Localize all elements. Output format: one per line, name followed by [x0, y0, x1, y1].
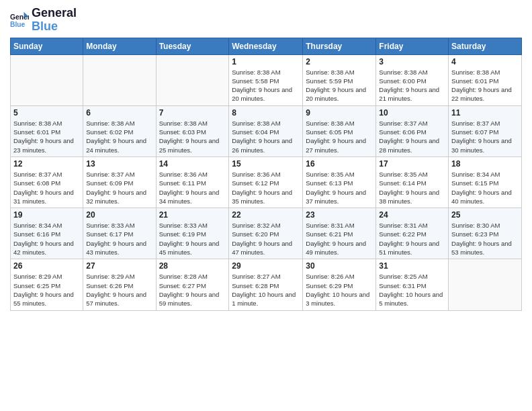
logo-icon: General Blue: [10, 11, 29, 30]
day-info: Sunrise: 8:29 AM Sunset: 6:25 PM Dayligh…: [13, 272, 80, 308]
day-info: Sunrise: 8:29 AM Sunset: 6:26 PM Dayligh…: [86, 272, 152, 308]
day-number: 31: [379, 261, 445, 271]
calendar-cell: 16Sunrise: 8:35 AM Sunset: 6:13 PM Dayli…: [303, 156, 376, 208]
day-info: Sunrise: 8:34 AM Sunset: 6:16 PM Dayligh…: [13, 221, 80, 257]
logo-text: GeneralBlue: [32, 7, 77, 34]
calendar-cell: 19Sunrise: 8:34 AM Sunset: 6:16 PM Dayli…: [11, 208, 83, 259]
calendar-cell: [449, 259, 522, 310]
day-number: 25: [451, 210, 519, 220]
calendar-cell: 15Sunrise: 8:36 AM Sunset: 6:12 PM Dayli…: [229, 156, 303, 208]
calendar-cell: 13Sunrise: 8:37 AM Sunset: 6:09 PM Dayli…: [83, 156, 156, 208]
day-info: Sunrise: 8:28 AM Sunset: 6:27 PM Dayligh…: [159, 272, 226, 308]
calendar: SundayMondayTuesdayWednesdayThursdayFrid…: [10, 38, 522, 311]
day-number: 15: [232, 159, 300, 169]
calendar-cell: 17Sunrise: 8:35 AM Sunset: 6:14 PM Dayli…: [376, 156, 449, 208]
day-info: Sunrise: 8:38 AM Sunset: 6:01 PM Dayligh…: [451, 68, 519, 103]
calendar-cell: 8Sunrise: 8:38 AM Sunset: 6:04 PM Daylig…: [229, 105, 303, 156]
day-info: Sunrise: 8:38 AM Sunset: 6:02 PM Dayligh…: [86, 119, 152, 154]
day-number: 28: [159, 261, 226, 271]
calendar-cell: 14Sunrise: 8:36 AM Sunset: 6:11 PM Dayli…: [156, 156, 229, 208]
day-number: 21: [159, 210, 226, 220]
weekday-header-sunday: Sunday: [11, 38, 83, 54]
weekday-header-friday: Friday: [376, 38, 449, 54]
weekday-header-row: SundayMondayTuesdayWednesdayThursdayFrid…: [11, 38, 522, 54]
day-info: Sunrise: 8:32 AM Sunset: 6:20 PM Dayligh…: [232, 221, 300, 257]
calendar-cell: 28Sunrise: 8:28 AM Sunset: 6:27 PM Dayli…: [156, 259, 229, 310]
day-number: 2: [306, 57, 373, 66]
calendar-week-4: 19Sunrise: 8:34 AM Sunset: 6:16 PM Dayli…: [11, 208, 522, 259]
day-number: 10: [379, 108, 445, 118]
calendar-week-1: 1Sunrise: 8:38 AM Sunset: 5:58 PM Daylig…: [11, 54, 522, 105]
day-number: 19: [13, 210, 80, 220]
weekday-header-monday: Monday: [83, 38, 156, 54]
calendar-cell: 30Sunrise: 8:26 AM Sunset: 6:29 PM Dayli…: [303, 259, 376, 310]
calendar-cell: 26Sunrise: 8:29 AM Sunset: 6:25 PM Dayli…: [11, 259, 83, 310]
day-info: Sunrise: 8:38 AM Sunset: 5:59 PM Dayligh…: [306, 68, 373, 103]
day-info: Sunrise: 8:35 AM Sunset: 6:13 PM Dayligh…: [306, 170, 373, 205]
day-info: Sunrise: 8:38 AM Sunset: 6:03 PM Dayligh…: [159, 119, 226, 154]
logo: General Blue GeneralBlue: [10, 7, 77, 34]
day-info: Sunrise: 8:37 AM Sunset: 6:08 PM Dayligh…: [13, 170, 80, 205]
day-info: Sunrise: 8:31 AM Sunset: 6:22 PM Dayligh…: [379, 221, 445, 257]
weekday-header-tuesday: Tuesday: [156, 38, 229, 54]
calendar-cell: 18Sunrise: 8:34 AM Sunset: 6:15 PM Dayli…: [449, 156, 522, 208]
calendar-week-3: 12Sunrise: 8:37 AM Sunset: 6:08 PM Dayli…: [11, 156, 522, 208]
day-number: 3: [379, 57, 445, 66]
calendar-cell: [156, 54, 229, 105]
day-info: Sunrise: 8:31 AM Sunset: 6:21 PM Dayligh…: [306, 221, 373, 257]
day-number: 4: [451, 57, 519, 66]
day-info: Sunrise: 8:33 AM Sunset: 6:17 PM Dayligh…: [86, 221, 152, 257]
day-info: Sunrise: 8:25 AM Sunset: 6:31 PM Dayligh…: [379, 272, 445, 308]
day-info: Sunrise: 8:37 AM Sunset: 6:07 PM Dayligh…: [451, 119, 519, 154]
day-number: 18: [451, 159, 519, 169]
calendar-cell: 2Sunrise: 8:38 AM Sunset: 5:59 PM Daylig…: [303, 54, 376, 105]
day-info: Sunrise: 8:38 AM Sunset: 5:58 PM Dayligh…: [232, 68, 300, 103]
header: General Blue GeneralBlue: [10, 7, 522, 34]
day-info: Sunrise: 8:33 AM Sunset: 6:19 PM Dayligh…: [159, 221, 226, 257]
calendar-cell: 25Sunrise: 8:30 AM Sunset: 6:23 PM Dayli…: [449, 208, 522, 259]
calendar-cell: 23Sunrise: 8:31 AM Sunset: 6:21 PM Dayli…: [303, 208, 376, 259]
calendar-cell: 4Sunrise: 8:38 AM Sunset: 6:01 PM Daylig…: [449, 54, 522, 105]
day-number: 30: [306, 261, 373, 271]
calendar-cell: 22Sunrise: 8:32 AM Sunset: 6:20 PM Dayli…: [229, 208, 303, 259]
svg-text:Blue: Blue: [10, 21, 26, 28]
day-number: 12: [13, 159, 80, 169]
calendar-week-5: 26Sunrise: 8:29 AM Sunset: 6:25 PM Dayli…: [11, 259, 522, 310]
day-number: 22: [232, 210, 300, 220]
calendar-cell: 11Sunrise: 8:37 AM Sunset: 6:07 PM Dayli…: [449, 105, 522, 156]
day-number: 7: [159, 108, 226, 118]
day-number: 8: [232, 108, 300, 118]
day-number: 11: [451, 108, 519, 118]
weekday-header-thursday: Thursday: [303, 38, 376, 54]
calendar-cell: 29Sunrise: 8:27 AM Sunset: 6:28 PM Dayli…: [229, 259, 303, 310]
day-number: 6: [86, 108, 152, 118]
day-info: Sunrise: 8:30 AM Sunset: 6:23 PM Dayligh…: [451, 221, 519, 257]
day-number: 26: [13, 261, 80, 271]
calendar-cell: 27Sunrise: 8:29 AM Sunset: 6:26 PM Dayli…: [83, 259, 156, 310]
day-number: 13: [86, 159, 152, 169]
day-info: Sunrise: 8:26 AM Sunset: 6:29 PM Dayligh…: [306, 272, 373, 308]
day-info: Sunrise: 8:36 AM Sunset: 6:11 PM Dayligh…: [159, 170, 226, 205]
day-number: 16: [306, 159, 373, 169]
day-info: Sunrise: 8:27 AM Sunset: 6:28 PM Dayligh…: [232, 272, 300, 308]
day-info: Sunrise: 8:38 AM Sunset: 6:05 PM Dayligh…: [306, 119, 373, 154]
calendar-cell: [11, 54, 83, 105]
day-info: Sunrise: 8:37 AM Sunset: 6:09 PM Dayligh…: [86, 170, 152, 205]
calendar-cell: 9Sunrise: 8:38 AM Sunset: 6:05 PM Daylig…: [303, 105, 376, 156]
day-info: Sunrise: 8:35 AM Sunset: 6:14 PM Dayligh…: [379, 170, 445, 205]
calendar-cell: 12Sunrise: 8:37 AM Sunset: 6:08 PM Dayli…: [11, 156, 83, 208]
calendar-cell: 20Sunrise: 8:33 AM Sunset: 6:17 PM Dayli…: [83, 208, 156, 259]
calendar-cell: 5Sunrise: 8:38 AM Sunset: 6:01 PM Daylig…: [11, 105, 83, 156]
day-number: 1: [232, 57, 300, 66]
calendar-cell: 1Sunrise: 8:38 AM Sunset: 5:58 PM Daylig…: [229, 54, 303, 105]
day-number: 17: [379, 159, 445, 169]
day-info: Sunrise: 8:38 AM Sunset: 6:01 PM Dayligh…: [13, 119, 80, 154]
day-info: Sunrise: 8:37 AM Sunset: 6:06 PM Dayligh…: [379, 119, 445, 154]
day-number: 14: [159, 159, 226, 169]
day-info: Sunrise: 8:34 AM Sunset: 6:15 PM Dayligh…: [451, 170, 519, 205]
weekday-header-wednesday: Wednesday: [229, 38, 303, 54]
day-number: 29: [232, 261, 300, 271]
calendar-cell: 3Sunrise: 8:38 AM Sunset: 6:00 PM Daylig…: [376, 54, 449, 105]
calendar-cell: 21Sunrise: 8:33 AM Sunset: 6:19 PM Dayli…: [156, 208, 229, 259]
calendar-cell: 24Sunrise: 8:31 AM Sunset: 6:22 PM Dayli…: [376, 208, 449, 259]
